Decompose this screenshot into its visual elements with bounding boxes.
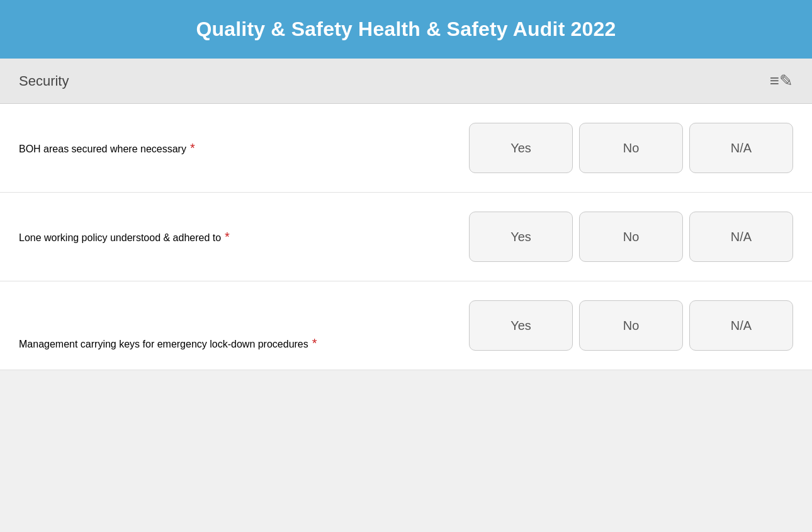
no-button-3[interactable]: No	[579, 300, 683, 351]
na-button-1[interactable]: N/A	[689, 123, 793, 173]
section-title: Security	[19, 73, 69, 89]
question-row-1: BOH areas secured where necessary* Yes N…	[0, 104, 812, 193]
yes-button-3[interactable]: Yes	[469, 300, 573, 351]
question-text-2: Lone working policy understood & adhered…	[19, 230, 469, 244]
hamburger-edit-icon: ≡✎	[770, 71, 793, 91]
na-button-2[interactable]: N/A	[689, 212, 793, 262]
question-row-3: Management carrying keys for emergency l…	[0, 281, 812, 370]
question-row-2: Lone working policy understood & adhered…	[0, 193, 812, 281]
required-indicator-3: *	[312, 336, 317, 350]
answer-buttons-2: Yes No N/A	[469, 212, 793, 262]
answer-buttons-1: Yes No N/A	[469, 123, 793, 173]
question-text-1: BOH areas secured where necessary*	[19, 141, 469, 156]
menu-edit-button[interactable]: ≡✎	[770, 71, 793, 91]
no-button-2[interactable]: No	[579, 212, 683, 262]
na-button-3[interactable]: N/A	[689, 300, 793, 351]
questions-container: BOH areas secured where necessary* Yes N…	[0, 104, 812, 370]
no-button-1[interactable]: No	[579, 123, 683, 173]
yes-button-2[interactable]: Yes	[469, 212, 573, 262]
question-text-3: Management carrying keys for emergency l…	[19, 336, 469, 351]
page-title: Quality & Safety Health & Safety Audit 2…	[196, 18, 616, 40]
required-indicator-2: *	[225, 230, 230, 244]
required-indicator-1: *	[190, 141, 195, 155]
answer-buttons-3: Yes No N/A	[469, 300, 793, 351]
section-header: Security ≡✎	[0, 59, 812, 104]
page-header: Quality & Safety Health & Safety Audit 2…	[0, 0, 812, 59]
yes-button-1[interactable]: Yes	[469, 123, 573, 173]
